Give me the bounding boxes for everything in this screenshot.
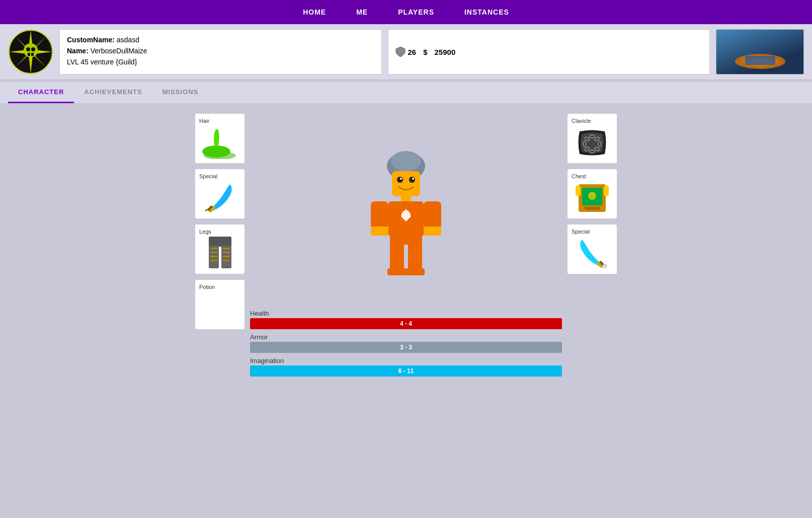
level-text: LVL 45 venture {Guild} xyxy=(67,58,374,66)
svg-point-35 xyxy=(409,177,415,183)
svg-point-67 xyxy=(602,264,607,269)
character-figure xyxy=(331,113,481,305)
svg-point-32 xyxy=(391,151,421,171)
lego-character-svg xyxy=(361,138,451,279)
special-right-item-img xyxy=(575,237,610,270)
svg-point-16 xyxy=(203,146,228,157)
svg-rect-13 xyxy=(31,53,34,56)
tab-missions[interactable]: MISSIONS xyxy=(152,82,209,103)
stats-section: Health 4 - 4 Armor 3 - 3 Imagination xyxy=(250,310,562,381)
nav-home[interactable]: HOME xyxy=(303,8,326,16)
custom-name-value: asdasd xyxy=(117,36,139,44)
imagination-bar: 6 - 11 xyxy=(250,365,562,377)
currency-symbol: $ xyxy=(423,48,427,56)
svg-point-34 xyxy=(397,177,403,183)
chest-icon xyxy=(572,181,613,214)
svg-point-9 xyxy=(24,43,38,57)
svg-rect-26 xyxy=(223,252,230,253)
chest-item-img xyxy=(575,182,610,214)
svg-rect-42 xyxy=(424,201,441,229)
name-line: Name: VerboseDullMaize xyxy=(67,47,374,55)
svg-rect-44 xyxy=(424,227,441,236)
world-preview[interactable] xyxy=(716,29,804,75)
imagination-label: Imagination xyxy=(250,357,562,364)
svg-rect-61 xyxy=(604,186,609,196)
tabs-bar: CHARACTER ACHIEVEMENTS MISSIONS xyxy=(0,82,812,103)
header-stats: 26 $ 25900 xyxy=(388,29,710,75)
svg-rect-49 xyxy=(405,268,425,275)
clavicle-item-img xyxy=(575,126,610,159)
player-info: CustomName: asdasd Name: VerboseDullMaiz… xyxy=(59,29,382,75)
tab-achievements[interactable]: ACHIEVEMENTS xyxy=(74,82,152,103)
armor-bar: 3 - 3 xyxy=(250,342,562,353)
potion-slot-label: Potion xyxy=(199,284,215,290)
potion-slot[interactable]: Potion xyxy=(195,279,245,330)
svg-point-11 xyxy=(31,47,35,51)
character-layout: Hair Special xyxy=(0,103,812,391)
name-value: VerboseDullMaize xyxy=(91,47,147,55)
svg-rect-28 xyxy=(223,256,230,257)
svg-rect-27 xyxy=(210,256,217,257)
custom-name-line: CustomName: asdasd xyxy=(67,36,374,44)
svg-rect-60 xyxy=(576,186,581,196)
legs-item-img xyxy=(206,237,234,272)
svg-rect-25 xyxy=(210,252,217,253)
svg-rect-46 xyxy=(390,243,404,271)
right-equipment-col: Clavicle xyxy=(567,113,617,274)
left-equipment-col: Hair Special xyxy=(195,113,245,330)
svg-point-10 xyxy=(26,47,30,51)
shield-icon xyxy=(395,46,405,57)
legs-slot[interactable]: Legs xyxy=(195,224,245,274)
chest-slot-label: Chest xyxy=(572,173,586,179)
hair-item-img xyxy=(202,126,237,159)
clavicle-slot-label: Clavicle xyxy=(572,118,591,124)
shield-stat: 26 xyxy=(395,46,417,57)
imagination-stat-row: Imagination 6 - 11 xyxy=(250,357,562,377)
svg-rect-24 xyxy=(223,248,230,249)
armor-label: Armor xyxy=(250,333,562,341)
imagination-value: 6 - 11 xyxy=(398,367,414,375)
custom-name-label: CustomName: xyxy=(67,36,115,44)
nav-me[interactable]: ME xyxy=(356,8,368,16)
svg-rect-12 xyxy=(28,53,30,56)
special-right-icon xyxy=(572,237,613,270)
svg-point-63 xyxy=(588,192,596,200)
player-avatar xyxy=(8,29,53,75)
nav-players[interactable]: PLAYERS xyxy=(398,8,434,16)
potion-icon xyxy=(199,292,240,325)
currency-value: 25900 xyxy=(435,48,456,56)
main-nav: HOME ME PLAYERS INSTANCES xyxy=(0,0,812,24)
clavicle-slot[interactable]: Clavicle xyxy=(567,113,617,164)
svg-rect-30 xyxy=(223,260,230,261)
special-right-slot-label: Special xyxy=(572,229,590,235)
tab-character[interactable]: CHARACTER xyxy=(8,82,74,103)
special-left-slot[interactable]: Special xyxy=(195,169,245,219)
hair-slot[interactable]: Hair xyxy=(195,113,245,164)
name-label: Name: xyxy=(67,47,89,55)
special-left-icon xyxy=(199,181,240,214)
special-left-slot-label: Special xyxy=(199,173,217,179)
clavicle-icon xyxy=(572,126,613,159)
svg-rect-29 xyxy=(210,260,217,261)
health-value: 4 - 4 xyxy=(400,320,412,327)
special-left-item-img xyxy=(202,182,237,214)
armor-stat-row: Armor 3 - 3 xyxy=(250,333,562,353)
health-label: Health xyxy=(250,310,562,317)
svg-rect-41 xyxy=(371,201,388,229)
special-right-slot[interactable]: Special xyxy=(567,224,617,274)
chest-slot[interactable]: Chest xyxy=(567,169,617,219)
svg-rect-20 xyxy=(209,237,231,247)
legs-icon xyxy=(199,237,240,272)
svg-rect-23 xyxy=(210,248,217,249)
equipment-row: Hair Special xyxy=(195,113,617,381)
svg-point-36 xyxy=(400,178,402,180)
svg-rect-47 xyxy=(408,243,422,271)
svg-point-37 xyxy=(412,178,414,180)
hair-slot-label: Hair xyxy=(199,118,209,124)
header: CustomName: asdasd Name: VerboseDullMaiz… xyxy=(0,24,812,80)
main-content: Hair Special xyxy=(0,103,812,391)
shield-count: 26 xyxy=(408,48,417,56)
svg-rect-38 xyxy=(401,196,411,201)
svg-rect-62 xyxy=(585,207,600,210)
nav-instances[interactable]: INSTANCES xyxy=(464,8,509,16)
